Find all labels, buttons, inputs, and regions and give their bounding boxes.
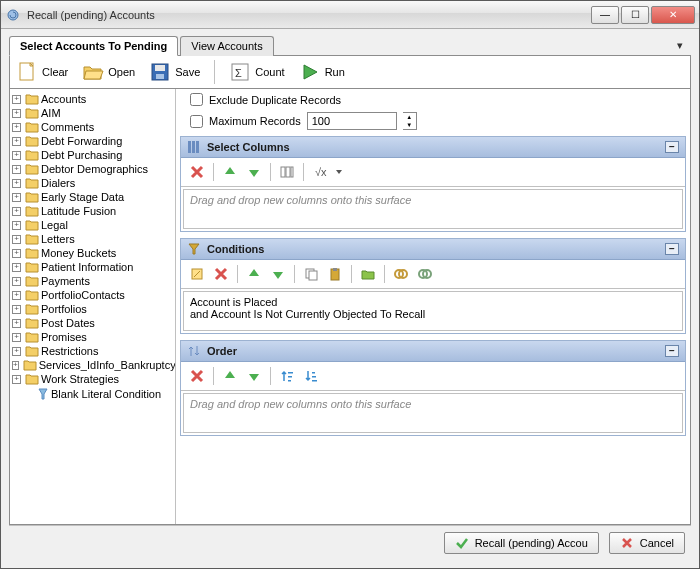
tree-item[interactable]: +Latitude Fusion: [12, 204, 173, 218]
exclude-duplicates-label: Exclude Duplicate Records: [209, 94, 341, 106]
tree-item[interactable]: +Work Strategies: [12, 372, 173, 386]
move-down-button[interactable]: [244, 366, 264, 386]
expand-icon[interactable]: +: [12, 95, 21, 104]
clear-button[interactable]: Clear: [16, 61, 68, 83]
open-label: Open: [108, 66, 135, 78]
formula-button[interactable]: √x: [310, 162, 330, 182]
expand-icon[interactable]: +: [12, 361, 19, 370]
condition-line[interactable]: Account is Placed: [190, 296, 676, 308]
tree-item[interactable]: +Legal: [12, 218, 173, 232]
expand-icon[interactable]: +: [12, 179, 21, 188]
tree-item[interactable]: +Debt Forwarding: [12, 134, 173, 148]
columns-config-button[interactable]: [277, 162, 297, 182]
expand-icon[interactable]: +: [12, 277, 21, 286]
select-columns-collapse[interactable]: −: [665, 141, 679, 153]
expand-icon[interactable]: +: [12, 207, 21, 216]
expand-icon[interactable]: +: [12, 333, 21, 342]
expand-icon[interactable]: +: [12, 263, 21, 272]
expand-icon[interactable]: +: [12, 347, 21, 356]
expand-icon[interactable]: +: [12, 221, 21, 230]
tree-item[interactable]: +Services_IdInfo_Bankruptcy: [12, 358, 173, 372]
expand-icon[interactable]: +: [12, 165, 21, 174]
group-or-button[interactable]: [415, 264, 435, 284]
move-down-button[interactable]: [244, 162, 264, 182]
tab-view-accounts[interactable]: View Accounts: [180, 36, 273, 56]
conditions-body[interactable]: Account is Placed and Account Is Not Cur…: [183, 291, 683, 331]
max-records-checkbox[interactable]: [190, 115, 203, 128]
tree-leaf-item[interactable]: Blank Literal Condition: [12, 386, 173, 402]
order-panel: Order − Drag and drop new columns onto t…: [180, 340, 686, 436]
maximize-button[interactable]: ☐: [621, 6, 649, 24]
expand-icon[interactable]: +: [12, 291, 21, 300]
expand-icon[interactable]: +: [12, 109, 21, 118]
order-collapse[interactable]: −: [665, 345, 679, 357]
minimize-button[interactable]: —: [591, 6, 619, 24]
tree-item[interactable]: +Debtor Demographics: [12, 162, 173, 176]
open-button[interactable]: Open: [82, 61, 135, 83]
edit-button[interactable]: [187, 264, 207, 284]
separator: [351, 265, 352, 283]
formula-dropdown[interactable]: [334, 162, 344, 182]
max-records-row: Maximum Records 100 ▲ ▼: [180, 112, 686, 130]
tab-overflow[interactable]: ▾: [669, 36, 691, 56]
run-button[interactable]: Run: [299, 61, 345, 83]
tree-item[interactable]: +PortfolioContacts: [12, 288, 173, 302]
sort-desc-button[interactable]: [301, 366, 321, 386]
expand-icon[interactable]: +: [12, 151, 21, 160]
paste-button[interactable]: [325, 264, 345, 284]
folder-button[interactable]: [358, 264, 378, 284]
tree-item[interactable]: +Dialers: [12, 176, 173, 190]
tree-panel: +Accounts+AIM+Comments+Debt Forwarding+D…: [10, 89, 176, 524]
exclude-duplicates-checkbox[interactable]: [190, 93, 203, 106]
delete-button[interactable]: [211, 264, 231, 284]
group-and-button[interactable]: [391, 264, 411, 284]
conditions-collapse[interactable]: −: [665, 243, 679, 255]
tree-item[interactable]: +Patient Information: [12, 260, 173, 274]
tree-item-label: Money Buckets: [41, 247, 116, 259]
tree-item[interactable]: +Payments: [12, 274, 173, 288]
tree-item[interactable]: +AIM: [12, 106, 173, 120]
tree-item[interactable]: +Promises: [12, 330, 173, 344]
run-label: Run: [325, 66, 345, 78]
sort-asc-button[interactable]: [277, 366, 297, 386]
save-button[interactable]: Save: [149, 61, 200, 83]
expand-icon[interactable]: +: [12, 305, 21, 314]
move-up-button[interactable]: [220, 366, 240, 386]
delete-button[interactable]: [187, 366, 207, 386]
delete-button[interactable]: [187, 162, 207, 182]
cancel-button[interactable]: Cancel: [609, 532, 685, 554]
select-columns-body[interactable]: Drag and drop new columns onto this surf…: [183, 189, 683, 229]
tree-item[interactable]: +Comments: [12, 120, 173, 134]
close-button[interactable]: ✕: [651, 6, 695, 24]
spinner-up[interactable]: ▲: [403, 113, 416, 121]
tree-item[interactable]: +Accounts: [12, 92, 173, 106]
move-up-button[interactable]: [220, 162, 240, 182]
expand-icon[interactable]: +: [12, 123, 21, 132]
expand-icon[interactable]: +: [12, 375, 21, 384]
expand-icon[interactable]: +: [12, 249, 21, 258]
count-label: Count: [255, 66, 284, 78]
tree-item[interactable]: +Letters: [12, 232, 173, 246]
expand-icon[interactable]: +: [12, 137, 21, 146]
count-button[interactable]: Σ Count: [229, 61, 284, 83]
tree-item[interactable]: +Restrictions: [12, 344, 173, 358]
expand-icon[interactable]: +: [12, 193, 21, 202]
condition-line[interactable]: and Account Is Not Currently Objected To…: [190, 308, 676, 320]
move-down-button[interactable]: [268, 264, 288, 284]
svg-text:Σ: Σ: [235, 67, 242, 79]
expand-icon[interactable]: +: [12, 319, 21, 328]
tree-item[interactable]: +Money Buckets: [12, 246, 173, 260]
copy-button[interactable]: [301, 264, 321, 284]
move-up-button[interactable]: [244, 264, 264, 284]
expand-icon[interactable]: +: [12, 235, 21, 244]
max-records-spinner[interactable]: ▲ ▼: [403, 112, 417, 130]
tree-item[interactable]: +Early Stage Data: [12, 190, 173, 204]
tree-item[interactable]: +Portfolios: [12, 302, 173, 316]
tree-item[interactable]: +Post Dates: [12, 316, 173, 330]
tree-item[interactable]: +Debt Purchasing: [12, 148, 173, 162]
primary-action-button[interactable]: Recall (pending) Accou: [444, 532, 599, 554]
max-records-input[interactable]: 100: [307, 112, 397, 130]
spinner-down[interactable]: ▼: [403, 121, 416, 129]
tab-select-accounts[interactable]: Select Accounts To Pending: [9, 36, 178, 56]
order-body[interactable]: Drag and drop new columns onto this surf…: [183, 393, 683, 433]
